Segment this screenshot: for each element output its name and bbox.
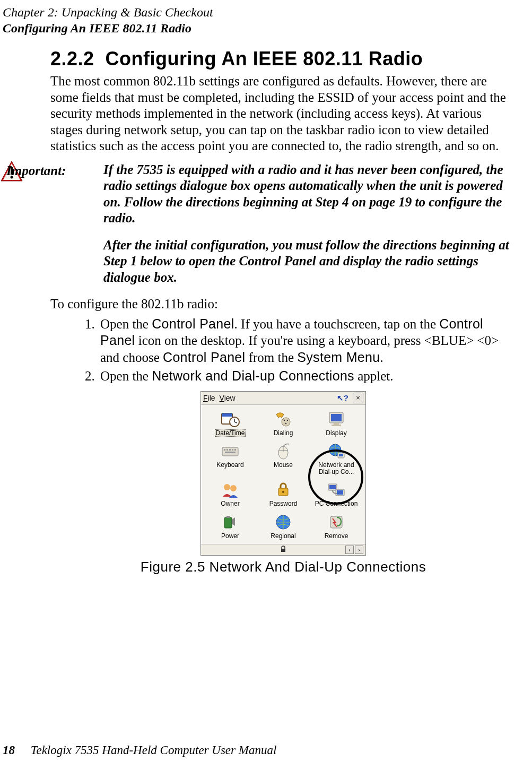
instruction-lead: To configure the 802.11b radio: [50, 296, 516, 313]
cp-label: PC Connection [314, 500, 359, 508]
power-icon [220, 513, 240, 531]
ui-control-panel-3: Control Panel [163, 350, 245, 365]
subhead-line: Configuring An IEEE 802.11 Radio [3, 20, 213, 36]
lock-icon [280, 546, 287, 555]
control-panel-window: File View ↖? × Date/Time [200, 391, 366, 556]
section-heading: 2.2.2 Configuring An IEEE 802.11 Radio [50, 48, 516, 70]
step-list: Open the Control Panel. If you have a to… [50, 316, 516, 385]
cp-item-mouse[interactable]: Mouse [257, 441, 309, 478]
regional-icon [273, 513, 293, 531]
svg-rect-18 [224, 449, 225, 451]
ui-system-menu: System Menu [297, 350, 380, 365]
svg-point-31 [230, 485, 237, 491]
svg-point-10 [284, 419, 285, 420]
cp-item-network[interactable]: Network and Dial-up Co... [310, 441, 362, 478]
book-title: Teklogix 7535 Hand-Held Computer User Ma… [31, 743, 277, 757]
remove-icon [326, 513, 346, 531]
cp-item-dialing[interactable]: Dialing [257, 409, 309, 439]
password-icon [273, 481, 293, 499]
running-header: Chapter 2: Unpacking & Basic Checkout Co… [3, 4, 213, 36]
important-label: Important: [6, 163, 97, 178]
cp-item-owner[interactable]: Owner [204, 480, 256, 510]
svg-point-9 [282, 418, 290, 426]
cp-item-display[interactable]: Display [310, 409, 362, 439]
cp-label: Power [220, 532, 240, 540]
pcconnection-icon [326, 481, 346, 499]
network-icon [326, 442, 346, 460]
svg-rect-21 [232, 449, 233, 451]
display-icon [326, 410, 346, 428]
cp-label: Remove [324, 532, 350, 540]
dialing-icon [273, 410, 293, 428]
keyboard-icon [220, 442, 240, 460]
close-icon[interactable]: × [353, 393, 363, 403]
page-number: 18 [3, 743, 15, 757]
svg-point-30 [224, 484, 230, 490]
step-1: Open the Control Panel. If you have a to… [98, 316, 516, 366]
svg-rect-5 [222, 413, 232, 417]
ui-network-dialup: Network and Dial-up Connections [152, 368, 354, 383]
svg-rect-39 [226, 516, 230, 518]
step-2: Open the Network and Dial-up Connections… [98, 368, 516, 385]
ui-control-panel-1: Control Panel [152, 316, 234, 331]
svg-rect-37 [337, 490, 343, 495]
svg-rect-20 [229, 449, 231, 451]
cp-label: Network and Dial-up Co... [310, 461, 362, 475]
figure: File View ↖? × Date/Time [50, 391, 516, 576]
mouse-icon [273, 442, 293, 460]
section-number: 2.2.2 [50, 48, 94, 70]
menu-file[interactable]: File [203, 394, 215, 402]
cp-label: Date/Time [215, 429, 246, 437]
svg-point-11 [287, 419, 288, 420]
important-note: Important: If the 7535 is equipped with … [50, 162, 516, 286]
svg-rect-42 [281, 549, 285, 552]
menu-view[interactable]: View [220, 394, 236, 402]
control-panel-statusbar: ‹ › [201, 544, 365, 555]
cp-label: Owner [220, 500, 240, 508]
chapter-line: Chapter 2: Unpacking & Basic Checkout [3, 4, 213, 20]
section-title: Configuring An IEEE 802.11 Radio [106, 48, 423, 70]
cp-item-power[interactable]: Power [204, 512, 256, 542]
datetime-icon [220, 410, 240, 428]
control-panel-grid: Date/Time Dialing Display [201, 405, 365, 544]
cp-item-pcconnection[interactable]: PC Connection [310, 480, 362, 510]
svg-rect-14 [331, 414, 342, 421]
important-text-2: After the initial configuration, you mus… [103, 237, 516, 286]
important-text-1: If the 7535 is equipped with a radio and… [103, 162, 516, 227]
page-footer: 18 Teklogix 7535 Hand-Held Computer User… [3, 743, 276, 757]
svg-rect-38 [224, 517, 232, 528]
cp-item-password[interactable]: Password [257, 480, 309, 510]
cp-label: Regional [269, 532, 296, 540]
cp-label: Mouse [273, 461, 294, 469]
svg-rect-29 [339, 454, 343, 456]
cp-label: Display [325, 429, 347, 437]
svg-rect-15 [334, 423, 339, 425]
scroll-left-arrow[interactable]: ‹ [345, 546, 354, 554]
svg-point-33 [282, 491, 284, 493]
cp-label: Keyboard [215, 461, 245, 469]
scrollbar-right[interactable]: ‹ › [345, 546, 363, 554]
cp-item-keyboard[interactable]: Keyboard [204, 441, 256, 478]
scroll-right-arrow[interactable]: › [355, 546, 363, 554]
svg-point-12 [285, 422, 286, 423]
figure-caption: Figure 2.5 Network And Dial-Up Connectio… [50, 559, 516, 575]
svg-rect-22 [234, 449, 236, 451]
help-icon[interactable]: ↖? [337, 393, 348, 403]
cp-item-remove[interactable]: Remove [310, 512, 362, 542]
cp-item-regional[interactable]: Regional [257, 512, 309, 542]
cp-label: Dialing [273, 429, 294, 437]
cp-item-datetime[interactable]: Date/Time [204, 409, 256, 439]
svg-rect-19 [226, 449, 228, 451]
svg-rect-23 [225, 452, 236, 453]
control-panel-menubar: File View ↖? × [201, 392, 365, 405]
svg-rect-16 [332, 425, 341, 426]
svg-rect-35 [329, 485, 336, 489]
intro-paragraph: The most common 802.11b settings are con… [50, 73, 516, 154]
owner-icon [220, 481, 240, 499]
cp-label: Password [268, 500, 299, 508]
